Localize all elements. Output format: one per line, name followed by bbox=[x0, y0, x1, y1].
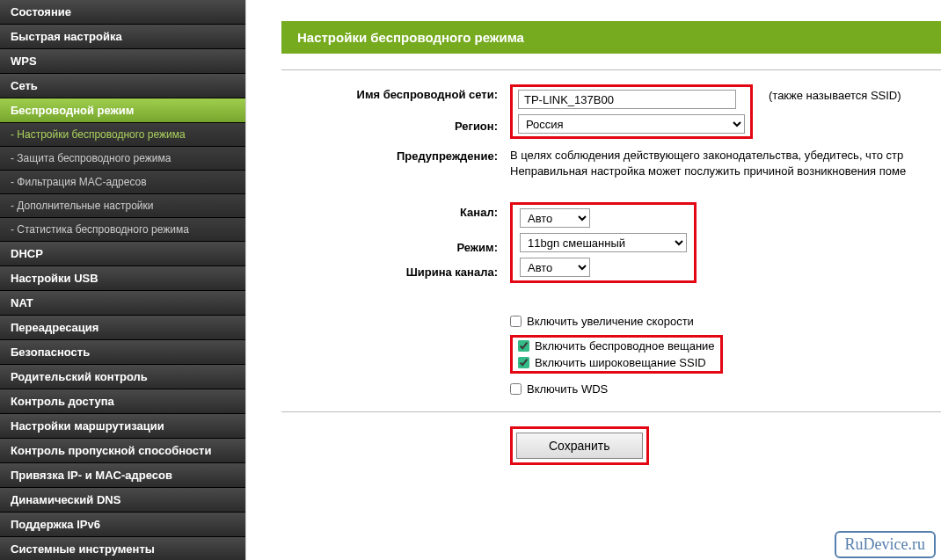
menu-ipv6[interactable]: Поддержка IPv6 bbox=[0, 513, 245, 537]
menu-ipmac[interactable]: Привязка IP- и MAC-адресов bbox=[0, 463, 245, 488]
sub-wireless-settings[interactable]: - Настройки беспроводного режима bbox=[0, 123, 245, 147]
menu-wps[interactable]: WPS bbox=[0, 49, 245, 74]
menu-ddns[interactable]: Динамический DNS bbox=[0, 488, 245, 513]
sub-mac-filter[interactable]: - Фильтрация MAC-адресов bbox=[0, 171, 245, 194]
sidebar: Состояние Быстрая настройка WPS Сеть Бес… bbox=[0, 0, 246, 560]
sub-stats[interactable]: - Статистика беспроводного режима bbox=[0, 218, 245, 242]
menu-wireless[interactable]: Беспроводной режим bbox=[0, 98, 245, 123]
menu-status[interactable]: Состояние bbox=[0, 0, 245, 25]
separator-bottom bbox=[281, 411, 941, 412]
checkbox-ssid-broadcast[interactable] bbox=[518, 357, 529, 368]
label-channel: Канал: bbox=[281, 202, 510, 219]
checkbox-speed[interactable] bbox=[510, 316, 522, 327]
channel-select[interactable]: Авто bbox=[520, 208, 590, 228]
highlight-broadcast-group: Включить беспроводное вещание Включить ш… bbox=[510, 335, 723, 374]
checkbox-wds[interactable] bbox=[510, 383, 522, 395]
highlight-save: Сохранить bbox=[510, 426, 649, 465]
checkbox-row-ssid: Включить широковещание SSID bbox=[518, 356, 715, 369]
label-ssid: Имя беспроводной сети: bbox=[281, 84, 510, 101]
menu-nat[interactable]: NAT bbox=[0, 291, 245, 316]
menu-routing[interactable]: Настройки маршрутизации bbox=[0, 414, 245, 439]
menu-access-control[interactable]: Контроль доступа bbox=[0, 389, 245, 414]
menu-bandwidth[interactable]: Контроль пропускной способности bbox=[0, 439, 245, 463]
highlight-ssid-region: Россия bbox=[510, 84, 753, 139]
menu-dhcp[interactable]: DHCP bbox=[0, 242, 245, 266]
mode-select[interactable]: 11bgn смешанный bbox=[520, 233, 687, 252]
region-select[interactable]: Россия bbox=[518, 114, 745, 134]
menu-parental[interactable]: Родительский контроль bbox=[0, 365, 245, 389]
save-button[interactable]: Сохранить bbox=[516, 433, 643, 459]
warning-text: В целях соблюдения действующего законода… bbox=[510, 146, 906, 179]
checkbox-row-wds: Включить WDS bbox=[510, 382, 941, 396]
checkbox-row-radio: Включить беспроводное вещание bbox=[518, 339, 715, 353]
width-select[interactable]: Авто bbox=[520, 258, 590, 277]
menu-forwarding[interactable]: Переадресация bbox=[0, 316, 245, 340]
sub-wireless-security[interactable]: - Защита беспроводного режима bbox=[0, 147, 245, 171]
ssid-input[interactable] bbox=[518, 90, 736, 109]
checkbox-radio-label: Включить беспроводное вещание bbox=[535, 339, 715, 353]
menu-systools[interactable]: Системные инструменты bbox=[0, 537, 245, 560]
checkbox-row-speed: Включить увеличение скорости bbox=[510, 315, 941, 328]
watermark: RuDevice.ru bbox=[835, 531, 936, 558]
menu-usb[interactable]: Настройки USB bbox=[0, 266, 245, 291]
checkbox-wds-label: Включить WDS bbox=[527, 382, 608, 396]
menu-quicksetup[interactable]: Быстрая настройка bbox=[0, 25, 245, 49]
checkbox-radio[interactable] bbox=[518, 340, 529, 352]
separator bbox=[281, 69, 941, 70]
checkbox-ssid-label: Включить широковещание SSID bbox=[535, 356, 706, 369]
page-title: Настройки беспроводного режима bbox=[281, 21, 941, 54]
ssid-note: (также называется SSID) bbox=[769, 89, 901, 102]
menu-security[interactable]: Безопасность bbox=[0, 340, 245, 365]
content: Настройки беспроводного режима Имя беспр… bbox=[246, 0, 941, 560]
checkbox-speed-label: Включить увеличение скорости bbox=[527, 315, 694, 328]
sub-advanced[interactable]: - Дополнительные настройки bbox=[0, 194, 245, 218]
highlight-channel-group: Авто 11bgn смешанный Авто bbox=[510, 202, 697, 283]
label-warning: Предупреждение: bbox=[281, 146, 510, 163]
menu-network[interactable]: Сеть bbox=[0, 74, 245, 98]
